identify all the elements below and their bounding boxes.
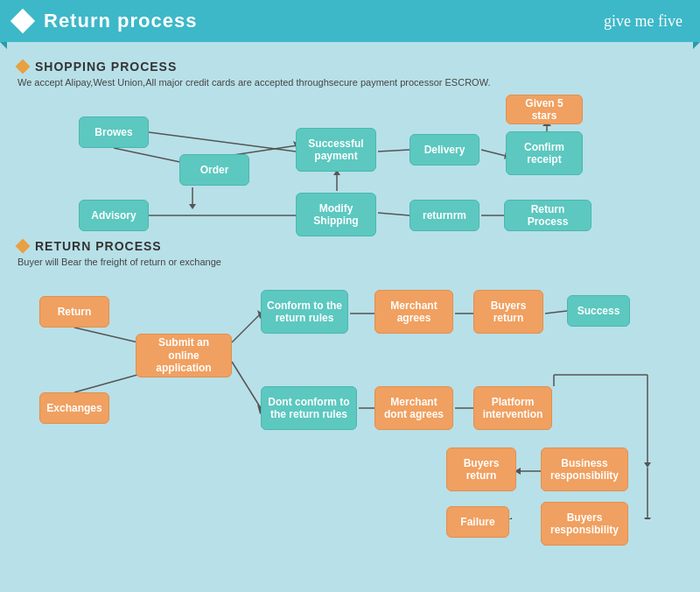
returnrm-box: returnrm	[410, 200, 480, 231]
svg-line-0	[149, 132, 296, 152]
return-section-header: RETURN PROCESS	[18, 239, 682, 253]
shopping-subtitle: We accept Alipay,West Union,All major cr…	[18, 77, 682, 88]
conform-rules-box: Conform to the return rules	[261, 290, 348, 334]
svg-line-26	[232, 314, 261, 342]
business-responsibility-box: Business responsibility	[541, 448, 628, 491]
order-box: Order	[179, 154, 249, 186]
success-box: Success	[567, 295, 630, 327]
shopping-diamond-icon	[16, 60, 31, 74]
shopping-title: SHOPPING PROCESS	[35, 60, 177, 74]
return-flow-diagram: Return Exchanges Submit an online applic…	[18, 274, 682, 519]
exchanges-box: Exchanges	[39, 392, 109, 424]
svg-marker-47	[644, 518, 651, 519]
svg-line-34	[545, 311, 567, 314]
given-5-stars-box: Given 5 stars	[506, 95, 583, 124]
return-diamond-icon	[16, 239, 31, 254]
shopping-flow-diagram: Browes Order Advisory Successful payment…	[18, 95, 682, 235]
return-btn-box: Return	[39, 296, 109, 328]
svg-line-28	[232, 362, 261, 408]
main-content: SHOPPING PROCESS We accept Alipay,West U…	[0, 42, 700, 528]
delivery-box: Delivery	[410, 134, 480, 166]
svg-line-12	[378, 213, 410, 215]
return-process-box: Return Process	[504, 200, 592, 231]
svg-marker-43	[644, 462, 651, 468]
dont-conform-rules-box: Dont conform to the return rules	[261, 386, 357, 430]
confirm-receipt-box: Confirm receipt	[506, 131, 583, 175]
ribbon-left-icon	[0, 42, 7, 49]
header-diamond-icon	[10, 9, 35, 33]
ribbon-right-icon	[693, 42, 700, 49]
submit-online-box: Submit an online application	[136, 334, 232, 377]
buyers-return1-box: Buyers return	[473, 290, 543, 334]
svg-marker-19	[189, 204, 196, 209]
buyers-responsibility-box: Buyers responsibility	[541, 502, 628, 546]
failure-box: Failure	[446, 506, 509, 538]
return-subtitle: Buyer will Bear the freight of return or…	[18, 257, 682, 267]
header: Return process give me five	[0, 0, 700, 42]
logo-text: give me five	[604, 12, 682, 31]
advisory-box: Advisory	[79, 200, 149, 231]
svg-line-4	[481, 150, 506, 156]
buyers-return2-box: Buyers return	[446, 448, 516, 491]
shopping-section-header: SHOPPING PROCESS	[18, 60, 682, 74]
successful-payment-box: Successful payment	[296, 128, 376, 172]
return-title: RETURN PROCESS	[35, 239, 162, 253]
merchant-dont-agrees-box: Merchant dont agrees	[374, 386, 453, 430]
platform-intervention-box: Platform intervention	[473, 386, 552, 430]
browes-box: Browes	[79, 116, 149, 148]
modify-shipping-box: Modify Shipping	[296, 193, 376, 236]
svg-line-2	[378, 150, 410, 152]
merchant-agrees-box: Merchant agrees	[374, 290, 453, 334]
page-title: Return process	[44, 10, 197, 32]
